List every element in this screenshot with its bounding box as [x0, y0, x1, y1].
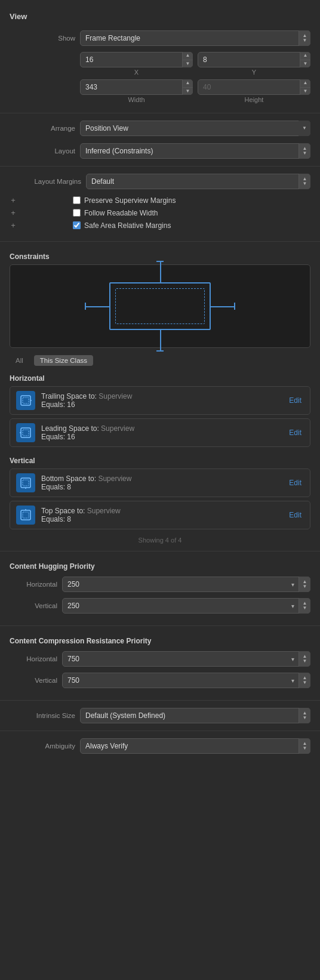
- x-field-wrap: ▲ ▼: [80, 52, 193, 67]
- top-edit-button[interactable]: Edit: [287, 511, 304, 519]
- constraints-diagram: [10, 264, 310, 348]
- horizontal-constraints: Trailing Space to: Superview Equals: 16 …: [0, 386, 320, 447]
- top-main: Top Space to: Superview: [41, 507, 287, 515]
- show-select[interactable]: Frame Rectangle Bounds Rectangle Hidden: [80, 30, 310, 46]
- preserve-superview-row: + Preserve Superview Margins: [0, 194, 320, 207]
- x-increment-button[interactable]: ▲: [183, 52, 193, 60]
- follow-readable-checkbox[interactable]: [73, 209, 81, 217]
- hugging-v-select[interactable]: 250 251 249 1000: [62, 598, 310, 614]
- compression-v-select-wrap: 750 751 749 1000 ▾ ▲▼: [62, 673, 310, 688]
- intrinsic-size-select-wrapper: Default (System Defined) Placeholder ▲▼: [80, 708, 310, 723]
- constraint-leading: Leading Space to: Superview Equals: 16 E…: [10, 418, 310, 447]
- intrinsic-size-row: Intrinsic Size Default (System Defined) …: [0, 705, 320, 726]
- compression-h-select-wrap: 750 751 749 1000 ▾ ▲▼: [62, 651, 310, 667]
- compression-v-select[interactable]: 750 751 749 1000: [62, 673, 310, 688]
- hugging-v-label: Vertical: [10, 602, 57, 609]
- show-select-wrapper: Frame Rectangle Bounds Rectangle Hidden …: [80, 30, 310, 46]
- leading-text: Leading Space to: Superview Equals: 16: [41, 424, 287, 441]
- trailing-text: Trailing Space to: Superview Equals: 16: [41, 392, 287, 409]
- tab-all[interactable]: All: [10, 355, 29, 366]
- y-increment-button[interactable]: ▲: [300, 52, 310, 60]
- top-main-label: Top Space to:: [41, 507, 87, 515]
- leading-superview-label: Superview: [101, 424, 134, 433]
- arrange-label: Arrange: [10, 125, 75, 132]
- svg-rect-10: [23, 512, 29, 518]
- vertical-title: Vertical: [0, 451, 320, 469]
- tab-this-size-class[interactable]: This Size Class: [34, 355, 93, 366]
- constraint-box: [109, 282, 211, 330]
- bottom-superview-label: Superview: [98, 474, 131, 483]
- view-panel: View Show Frame Rectangle Bounds Rectang…: [0, 0, 320, 771]
- trailing-main: Trailing Space to: Superview: [41, 392, 287, 400]
- constraint-line-bottom: [160, 330, 161, 351]
- trailing-equals-label: Equals: 16: [41, 400, 75, 409]
- constraint-top: Top Space to: Superview Equals: 8 Edit: [10, 501, 310, 529]
- bottom-edit-button[interactable]: Edit: [287, 479, 304, 487]
- preserve-superview-checkbox[interactable]: [73, 196, 81, 204]
- cap-right: [234, 303, 235, 310]
- trailing-superview-label: Superview: [99, 392, 132, 400]
- cap-bottom: [156, 350, 164, 352]
- height-label: Height: [245, 96, 264, 103]
- safe-area-checkbox[interactable]: [73, 221, 81, 229]
- y-decrement-button[interactable]: ▼: [300, 60, 310, 68]
- y-field-wrap: ▲ ▼: [198, 52, 310, 67]
- arrange-control: Position View Size to Fit Content Update…: [80, 121, 310, 136]
- constraint-line-left: [85, 306, 109, 307]
- width-field-wrap: ▲ ▼: [80, 79, 193, 95]
- height-decrement-button[interactable]: ▼: [300, 88, 310, 95]
- bottom-equals-label: Equals: 8: [41, 483, 71, 491]
- constraints-section: All This Size Class: [0, 264, 320, 368]
- content-hugging-title: Content Hugging Priority: [0, 556, 320, 574]
- top-text: Top Space to: Superview Equals: 8: [41, 507, 287, 523]
- layout-margins-select-wrapper: Default Fixed Language Directional ▲▼: [86, 174, 310, 189]
- layout-margins-label: Layout Margins: [10, 178, 81, 185]
- leading-main-label: Leading Space to:: [41, 424, 101, 433]
- width-field-group: ▲ ▼ Width: [80, 79, 193, 103]
- content-compression-title: Content Compression Resistance Priority: [0, 631, 320, 649]
- x-decrement-button[interactable]: ▼: [183, 60, 193, 68]
- constraint-line-right: [211, 306, 235, 307]
- svg-rect-9: [21, 510, 30, 520]
- layout-label: Layout: [10, 147, 75, 155]
- intrinsic-size-select[interactable]: Default (System Defined) Placeholder: [80, 708, 310, 723]
- width-increment-button[interactable]: ▲: [183, 79, 193, 88]
- layout-select-wrapper: Inferred (Constraints) Inferred (Auto La…: [80, 143, 310, 159]
- leading-icon: [16, 423, 35, 442]
- width-label: Width: [128, 96, 144, 103]
- trailing-edit-button[interactable]: Edit: [287, 396, 304, 405]
- svg-rect-3: [21, 428, 30, 437]
- layout-select[interactable]: Inferred (Constraints) Inferred (Auto La…: [80, 143, 310, 159]
- constraints-tabs: All This Size Class: [10, 353, 310, 368]
- height-input[interactable]: [198, 79, 310, 95]
- arrange-select-wrapper: Position View Size to Fit Content Update…: [80, 121, 310, 136]
- ambiguity-row: Ambiguity Always Verify Never Verify Ver…: [0, 736, 320, 756]
- svg-rect-0: [21, 396, 30, 405]
- compression-h-row: Horizontal 750 751 749 1000 ▾ ▲▼: [0, 649, 320, 669]
- divider-3: [0, 241, 320, 242]
- width-spin-btns: ▲ ▼: [182, 79, 193, 95]
- width-decrement-button[interactable]: ▼: [183, 88, 193, 95]
- preserve-superview-label: Preserve Superview Margins: [84, 196, 176, 205]
- arrange-select[interactable]: Position View Size to Fit Content Update…: [80, 121, 310, 136]
- arrange-row: Arrange Position View Size to Fit Conten…: [0, 118, 320, 138]
- leading-edit-button[interactable]: Edit: [287, 429, 304, 437]
- divider-1: [0, 113, 320, 113]
- trailing-equals: Equals: 16: [41, 400, 287, 409]
- height-field-wrap: ▲ ▼: [198, 79, 310, 95]
- wh-row: ▲ ▼ Width ▲ ▼ Height: [70, 78, 320, 103]
- hugging-v-select-wrap: 250 251 249 1000 ▾ ▲▼: [62, 598, 310, 614]
- compression-h-select[interactable]: 750 751 749 1000: [62, 651, 310, 667]
- intrinsic-size-label: Intrinsic Size: [10, 712, 75, 719]
- x-input[interactable]: [80, 52, 193, 67]
- ambiguity-select[interactable]: Always Verify Never Verify Verify Positi…: [80, 738, 310, 754]
- hugging-h-row: Horizontal 250 251 249 1000 ▾ ▲▼: [0, 574, 320, 594]
- layout-margins-select[interactable]: Default Fixed Language Directional: [86, 174, 310, 189]
- x-field-group: ▲ ▼ X: [80, 52, 193, 76]
- width-input[interactable]: [80, 79, 193, 95]
- y-input[interactable]: [198, 52, 310, 67]
- svg-rect-1: [23, 397, 29, 403]
- height-increment-button[interactable]: ▲: [300, 79, 310, 88]
- layout-control: Inferred (Constraints) Inferred (Auto La…: [80, 143, 310, 159]
- hugging-h-select[interactable]: 250 251 249 1000: [62, 577, 310, 592]
